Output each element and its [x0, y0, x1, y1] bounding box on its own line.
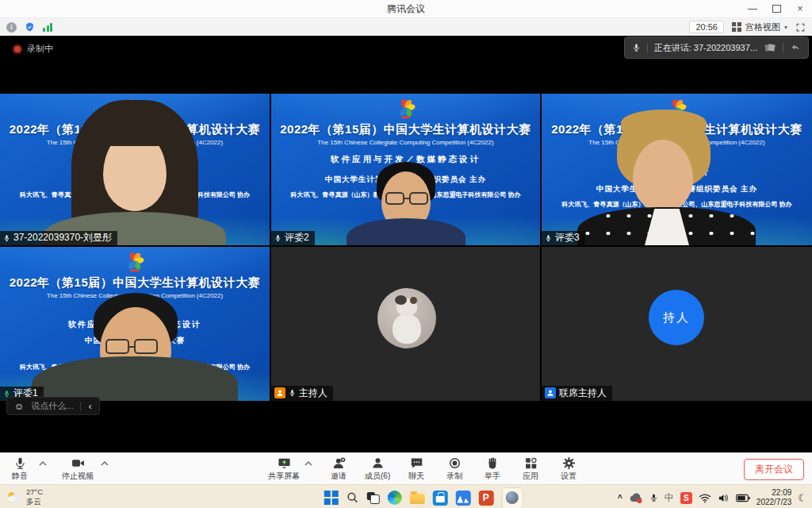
- search-icon[interactable]: [346, 491, 358, 504]
- active-speaker-banner: 正在讲话: 37-202203937...: [624, 37, 809, 59]
- mic-icon: [632, 42, 641, 53]
- mic-icon: [289, 388, 296, 398]
- windows-taskbar: 27°C 多云 P ^ 中 S 22:09 202: [0, 484, 812, 508]
- clock-date: 2022/7/23: [756, 498, 792, 508]
- participant-name: 评委2: [285, 233, 309, 243]
- participant-name: 评委3: [555, 233, 580, 243]
- participant-video: [271, 94, 540, 245]
- participant-video: [0, 247, 270, 401]
- share-options-chevron-icon[interactable]: [304, 461, 312, 466]
- emoji-icon[interactable]: ☺: [14, 401, 24, 412]
- reply-arrow-icon[interactable]: [790, 43, 801, 52]
- microsoft-store-icon[interactable]: [432, 491, 447, 506]
- participant-name: 主持人: [299, 388, 327, 398]
- hand-icon: [486, 456, 500, 470]
- name-tag: 主持人: [271, 386, 333, 401]
- apps-button[interactable]: 应用: [519, 456, 542, 482]
- mute-button[interactable]: 静音: [8, 456, 32, 482]
- sogou-input-icon[interactable]: S: [680, 492, 692, 504]
- active-app-icon[interactable]: [501, 487, 523, 508]
- mic-options-chevron-icon[interactable]: [39, 461, 47, 466]
- video-tile-judge3[interactable]: 2022年（第15届）中国大学生计算机设计大赛 The 15th Chinese…: [542, 94, 812, 245]
- video-tile-host[interactable]: 主持人: [271, 247, 540, 401]
- stop-video-button[interactable]: 停止视频: [62, 456, 94, 482]
- volume-icon[interactable]: [718, 493, 730, 503]
- meeting-info-bar: i 20:56 宫格视图 ▾: [0, 18, 812, 36]
- quick-chat-bar: ☺ 说点什么... ‹: [6, 397, 100, 415]
- video-grid: 2022年（第15届）中国大学生计算机设计大赛 The 15th Chinese…: [0, 94, 812, 401]
- record-dot-icon: [14, 46, 21, 52]
- title-bar: 腾讯会议 — ×: [0, 0, 812, 18]
- meeting-info-icon[interactable]: i: [6, 22, 17, 33]
- members-icon: [371, 456, 385, 470]
- collapse-chevron-icon[interactable]: ‹: [88, 402, 91, 410]
- tray-overflow-chevron-icon[interactable]: ^: [618, 494, 622, 502]
- wifi-icon[interactable]: [699, 493, 711, 503]
- chat-button[interactable]: 聊天: [404, 456, 428, 482]
- record-icon: [448, 456, 462, 470]
- focus-assist-moon-icon[interactable]: ☾: [798, 492, 807, 504]
- system-tray: ^ 中 S 22:09 2022/7/23 ☾: [618, 485, 807, 508]
- task-view-icon[interactable]: [366, 492, 379, 504]
- name-tag: 评委2: [271, 231, 315, 245]
- video-tile-cohost[interactable]: 持人 联席主持人: [542, 247, 812, 401]
- participant-name: 37-2022039370-刘昱彤: [13, 233, 112, 243]
- minimize-button[interactable]: —: [741, 0, 764, 17]
- name-tag: 联席主持人: [542, 386, 612, 401]
- invite-button[interactable]: 邀请: [327, 456, 350, 482]
- share-screen-icon: [277, 456, 292, 470]
- mic-icon: [13, 456, 27, 470]
- name-tag: 评委3: [542, 231, 585, 245]
- tray-mic-icon[interactable]: [649, 492, 658, 503]
- close-button[interactable]: ×: [788, 0, 812, 17]
- members-button[interactable]: 成员(6): [365, 456, 390, 482]
- camera-icon: [71, 456, 86, 470]
- window-title: 腾讯会议: [387, 2, 425, 16]
- weather-desc: 多云: [26, 497, 43, 506]
- meeting-stage: 录制中 正在讲话: 37-202203937... 2022年（第15届）中国大…: [0, 36, 812, 452]
- file-explorer-icon[interactable]: [409, 494, 424, 504]
- security-shield-icon[interactable]: [25, 21, 35, 33]
- video-tile-judge2[interactable]: 2022年（第15届）中国大学生计算机设计大赛 The 15th Chinese…: [271, 94, 540, 245]
- taskbar-weather-widget[interactable]: 27°C 多云: [6, 487, 43, 506]
- participant-video: [0, 94, 270, 245]
- cohost-badge-icon: [545, 387, 556, 398]
- name-tag: 37-2022039370-刘昱彤: [0, 231, 117, 245]
- globe-icon: [506, 491, 519, 504]
- layout-view-switch[interactable]: 宫格视图 ▾: [732, 21, 787, 33]
- clock-time: 22:09: [772, 488, 791, 498]
- taskbar-clock[interactable]: 22:09 2022/7/23: [756, 488, 792, 508]
- taskbar-app-icons: P: [324, 485, 523, 508]
- video-tile-liuyutong[interactable]: 2022年（第15届）中国大学生计算机设计大赛 The 15th Chinese…: [0, 94, 270, 245]
- video-tile-judge1[interactable]: 2022年（第15届）中国大学生计算机设计大赛 The 15th Chinese…: [0, 247, 270, 401]
- maximize-button[interactable]: [764, 0, 788, 17]
- meeting-toolbar: 静音 停止视频 共享屏幕 邀请 成员(6): [0, 452, 812, 484]
- layout-preview-icon[interactable]: [764, 42, 776, 53]
- mic-icon: [545, 233, 552, 243]
- record-button[interactable]: 录制: [442, 456, 466, 482]
- recording-indicator: 录制中: [14, 43, 53, 55]
- raise-hand-button[interactable]: 举手: [481, 456, 504, 482]
- share-screen-button[interactable]: 共享屏幕: [268, 456, 300, 482]
- host-badge-icon: [274, 387, 285, 398]
- weather-temp: 27°C: [26, 487, 43, 497]
- mic-icon: [3, 233, 10, 243]
- cloud-sync-icon[interactable]: [629, 492, 643, 504]
- tencent-meeting-app-icon[interactable]: [455, 491, 470, 506]
- fullscreen-icon[interactable]: [795, 22, 806, 33]
- chat-bubble-icon: [410, 456, 423, 470]
- avatar: [377, 288, 436, 348]
- chat-input[interactable]: 说点什么...: [31, 400, 73, 412]
- video-options-chevron-icon[interactable]: [101, 461, 109, 466]
- grid-view-icon: [732, 22, 741, 32]
- powerpoint-icon[interactable]: P: [478, 491, 493, 506]
- mic-icon: [274, 233, 282, 243]
- start-button[interactable]: [324, 491, 339, 505]
- edge-browser-icon[interactable]: [387, 491, 401, 505]
- avatar: 持人: [649, 290, 704, 345]
- battery-icon[interactable]: [736, 494, 750, 502]
- ime-language-icon[interactable]: 中: [665, 491, 674, 505]
- network-signal-icon[interactable]: [43, 22, 52, 32]
- leave-meeting-button[interactable]: 离开会议: [744, 459, 804, 480]
- settings-button[interactable]: 设置: [557, 456, 580, 482]
